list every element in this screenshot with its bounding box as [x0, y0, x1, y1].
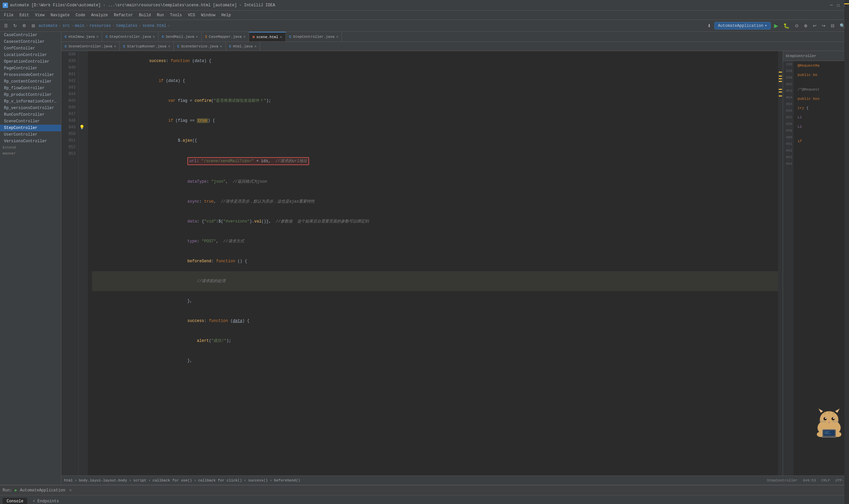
code-line-844: dataType: "json", //返回格式为json: [92, 172, 783, 192]
profile-button[interactable]: ⊕: [802, 22, 810, 30]
menu-window[interactable]: Window: [198, 12, 218, 19]
tab-scenecontroller-java[interactable]: C SceneController.java ✕: [61, 42, 120, 51]
tab-close-casemapper[interactable]: ✕: [243, 35, 246, 39]
sidebar-item-usercontroller[interactable]: UserController: [0, 131, 61, 138]
tab-htmlnew-java[interactable]: C HtmlNew.java ✕: [61, 32, 102, 41]
right-code-line-452: [795, 82, 848, 85]
tab-casemapper-java[interactable]: I CaseMapper.java ✕: [202, 32, 249, 41]
minimize-button[interactable]: —: [830, 2, 833, 8]
breadcrumb-templates[interactable]: templates: [116, 23, 138, 28]
code-line-845: async: true, //请求是否异步，默认为异步，这也是ajax重要特性: [92, 192, 783, 212]
menu-view[interactable]: View: [33, 12, 48, 19]
menu-tools[interactable]: Tools: [167, 12, 185, 19]
sidebar-item-rp-productcontroller[interactable]: Rp_productController: [0, 91, 61, 98]
tab-sceneservice-java[interactable]: C SceneService.java ✕: [174, 42, 225, 51]
sidebar-item-rp-flowcontroller[interactable]: Rp_flowController: [0, 85, 61, 91]
toolbar-settings-btn[interactable]: ⚙: [20, 22, 28, 30]
tab-close-sendmail[interactable]: ✕: [196, 35, 198, 39]
tab-close-stepcontroller2[interactable]: ✕: [336, 35, 339, 39]
bottom-tab-console[interactable]: Console: [3, 498, 27, 504]
sidebar-item-operationcontroller[interactable]: OperationController: [0, 58, 61, 65]
menu-refactor[interactable]: Refactor: [111, 12, 136, 19]
tab-close-startuprunner[interactable]: ✕: [168, 44, 170, 49]
tab-icon-c4: C: [289, 35, 291, 39]
right-code-line-455: try {: [795, 104, 848, 113]
gutter-842: [78, 77, 85, 84]
breadcrumb-src[interactable]: src: [63, 23, 70, 28]
run-close-btn[interactable]: ✕: [69, 488, 72, 493]
sidebar-item-rp-v-informationcontr[interactable]: Rp_v_informationContr...: [0, 98, 61, 105]
breadcrumb-main[interactable]: main: [75, 23, 85, 28]
toolbar-undo[interactable]: ↩: [811, 22, 818, 30]
menu-analyze[interactable]: Analyze: [89, 12, 110, 19]
bottom-tab-endpoints[interactable]: ⚡ Endpoints: [29, 497, 63, 504]
menu-edit[interactable]: Edit: [17, 12, 32, 19]
tab-close-htmlnew[interactable]: ✕: [96, 35, 99, 39]
sidebar-item-pagecontroller[interactable]: PageController: [0, 65, 61, 72]
gutter-849: 💡: [78, 124, 85, 131]
right-code-line-454: public boo: [795, 94, 848, 104]
menu-build[interactable]: Build: [136, 12, 153, 19]
tab-startuprunner-java[interactable]: C StartupRunner.java ✕: [120, 42, 174, 51]
gutter-839: [78, 58, 85, 64]
window-controls[interactable]: — ☐ ✕: [830, 2, 846, 8]
tab-stepcontroller-java[interactable]: C StepController.java ✕: [102, 32, 159, 41]
sidebar-item-processnodecontroller[interactable]: ProcessnodeController: [0, 72, 61, 78]
sidebar-item-casesetcontroller[interactable]: CasesetController: [0, 38, 61, 45]
tab-close-stepcontroller[interactable]: ✕: [152, 35, 155, 39]
tab-close-scenehtml[interactable]: ✕: [280, 35, 282, 39]
menu-code[interactable]: Code: [73, 12, 88, 19]
tab-scene-html[interactable]: H scene.html ✕: [249, 32, 286, 41]
toolbar-sync-btn[interactable]: ↻: [11, 22, 19, 30]
toolbar-structure-btn[interactable]: ⊞: [30, 22, 37, 30]
debug-button[interactable]: 🐛: [781, 21, 792, 30]
code-content[interactable]: success: function (data) { if (data) { v: [88, 51, 783, 475]
right-code-line-453: /*@Request: [795, 85, 848, 94]
code-line-847: type: "POST", //请求方式: [92, 231, 783, 251]
toolbar-redo[interactable]: ↪: [820, 22, 828, 30]
tab-close-sceneservice[interactable]: ✕: [220, 44, 222, 49]
tab-close-scenecontroller[interactable]: ✕: [114, 44, 116, 49]
sidebar-item-versionscontroller[interactable]: VersionsController: [0, 138, 61, 145]
sidebar-item-confcontoller[interactable]: ConfContoller: [0, 45, 61, 52]
gutter-845: [78, 97, 85, 104]
breadcrumb-resources[interactable]: resources: [90, 23, 111, 28]
menu-vcs[interactable]: VCS: [185, 12, 198, 19]
menu-bar: File Edit View Navigate Code Analyze Ref…: [0, 11, 849, 20]
right-code-line-461: [795, 146, 848, 148]
tab-icon-c3: C: [162, 35, 164, 39]
toolbar-project-btn[interactable]: ☰: [2, 22, 10, 30]
run-button[interactable]: ▶: [772, 21, 780, 30]
sidebar-item-casecontroller[interactable]: CaseController: [0, 32, 61, 38]
breadcrumb-automate[interactable]: automate: [38, 23, 58, 28]
sidebar-item-runconfcontroller[interactable]: RunConfController: [0, 111, 61, 118]
cat-mascot: [813, 408, 846, 438]
menu-file[interactable]: File: [1, 12, 16, 19]
sidebar: CaseController CasesetController ConfCon…: [0, 32, 61, 485]
status-breadcrumb-callback-click: callback for click(): [198, 479, 242, 483]
menu-help[interactable]: Help: [219, 12, 234, 19]
right-panel-title-text: StepController: [785, 54, 816, 58]
sidebar-item-rp-versionscontroller[interactable]: Rp_versionsController: [0, 105, 61, 111]
sidebar-item-scenecontroller[interactable]: SceneController: [0, 118, 61, 125]
menu-navigate[interactable]: Navigate: [48, 12, 72, 19]
maximize-button[interactable]: ☐: [837, 2, 839, 8]
run-config-selector[interactable]: AutomateApplication ▾: [715, 22, 771, 30]
svg-point-9: [833, 417, 834, 419]
sidebar-item-stepcontroller[interactable]: StepController: [0, 125, 61, 131]
tab-close-html-java[interactable]: ✕: [254, 44, 257, 49]
scroll-mark-5: [779, 89, 782, 90]
tab-sendmail-java[interactable]: C SendMail.java ✕: [159, 32, 202, 41]
breadcrumb-scene-html[interactable]: scene.html: [143, 23, 166, 28]
toolbar-git-btn[interactable]: ⬇: [705, 22, 713, 30]
menu-run[interactable]: Run: [154, 12, 167, 19]
tab-html-java[interactable]: C Html.java ✕: [226, 42, 260, 51]
sidebar-item-rp-contentcontroller[interactable]: Rp_contentController: [0, 78, 61, 85]
sidebar-item-locationcontroller[interactable]: LocationController: [0, 52, 61, 58]
tab-stepcontroller-java2[interactable]: C StepController.java ✕: [286, 32, 342, 41]
code-line-841: if (flag == true) {: [92, 111, 783, 131]
app-icon: A: [3, 3, 8, 8]
toolbar-split[interactable]: ⊟: [829, 22, 836, 30]
editor-tabs-row2: C SceneController.java ✕ C StartupRunner…: [61, 42, 849, 51]
coverage-button[interactable]: ⊙: [793, 22, 800, 30]
